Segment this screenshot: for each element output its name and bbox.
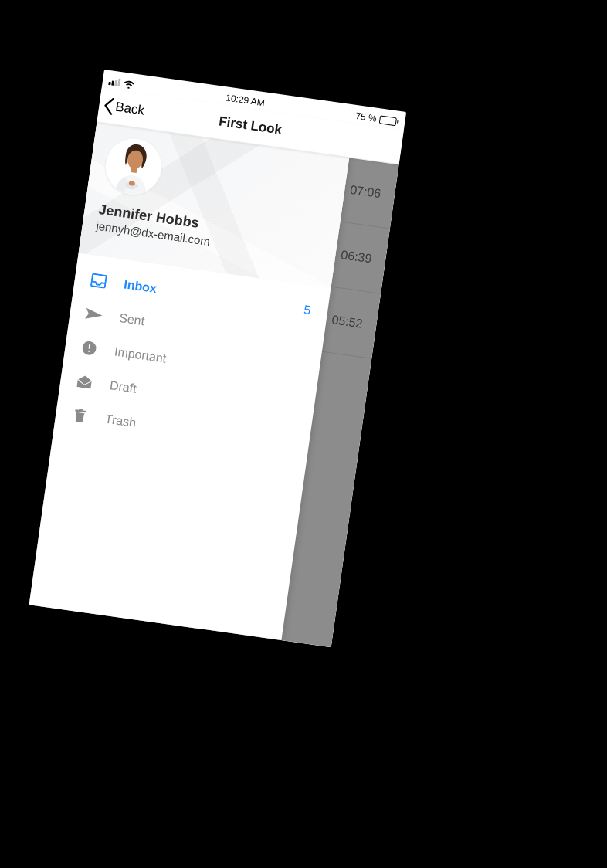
battery-icon <box>379 115 399 126</box>
draft-icon <box>75 375 93 389</box>
drawer-menu: Inbox 5 Sent <box>53 253 331 473</box>
battery-percent: 75 % <box>355 110 378 124</box>
avatar[interactable] <box>101 134 166 199</box>
back-label: Back <box>114 100 145 119</box>
sent-icon <box>85 308 103 321</box>
back-button[interactable]: Back <box>103 97 145 119</box>
svg-rect-1 <box>131 166 137 173</box>
inbox-icon <box>90 273 108 289</box>
phone-frame: 10:29 AM 75 % Back First Look <box>29 70 407 647</box>
svg-rect-3 <box>91 273 107 287</box>
trash-icon <box>70 408 89 424</box>
chevron-left-icon <box>103 97 115 115</box>
cellular-signal-icon <box>108 77 120 86</box>
wifi-icon <box>123 79 135 89</box>
important-icon <box>80 340 98 356</box>
inbox-count-badge: 5 <box>303 303 311 317</box>
